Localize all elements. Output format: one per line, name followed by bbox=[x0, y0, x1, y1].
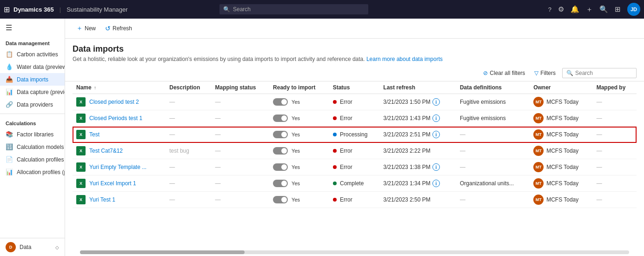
row-name-link[interactable]: Closed Periods test 1 bbox=[89, 115, 142, 121]
table-row[interactable]: X Test — — Yes Processing 3/21/2023 2:51… bbox=[73, 127, 637, 143]
cell-last-refresh: 3/21/2023 1:50 PM i bbox=[379, 94, 456, 110]
cell-mapping-status: — bbox=[212, 175, 270, 192]
refresh-button[interactable]: ↺ Refresh bbox=[101, 23, 136, 34]
data-capture-icon: 📊 bbox=[6, 88, 13, 95]
table-row[interactable]: X Yuri Test 1 — — Yes Error 3/21/2023 2:… bbox=[73, 192, 637, 208]
status-dot bbox=[333, 116, 337, 120]
calculation-models-icon: 🔢 bbox=[6, 143, 13, 150]
cell-mapped-by: — bbox=[593, 127, 637, 143]
ready-toggle[interactable] bbox=[273, 196, 288, 203]
cell-status: Complete bbox=[329, 175, 380, 192]
scrollbar-thumb bbox=[80, 250, 245, 254]
info-icon[interactable]: i bbox=[432, 131, 440, 138]
sidebar-bottom[interactable]: D Data ◇ bbox=[0, 238, 65, 256]
global-search[interactable]: 🔍 Search bbox=[219, 4, 368, 14]
col-ready-to-import[interactable]: Ready to import bbox=[269, 81, 329, 94]
new-button[interactable]: ＋ New bbox=[73, 22, 100, 34]
table-row[interactable]: X Closed period test 2 — — Yes Error 3/2… bbox=[73, 94, 637, 110]
user-avatar[interactable]: JD bbox=[627, 3, 640, 16]
cell-data-definitions: — bbox=[456, 159, 530, 175]
table-row[interactable]: X Closed Periods test 1 — — Yes Error 3/… bbox=[73, 110, 637, 127]
col-data-definitions[interactable]: Data definitions bbox=[456, 81, 530, 94]
sidebar-item-allocation-profiles[interactable]: 📊 Allocation profiles (p... bbox=[0, 166, 65, 178]
row-name-link[interactable]: Closed period test 2 bbox=[89, 99, 139, 105]
section-title-data-management: Data management bbox=[0, 37, 65, 48]
nav-icons: ? ⚙ 🔔 ＋ 🔍 ⊞ JD bbox=[548, 3, 640, 16]
table-row[interactable]: X Yuri Excel Import 1 — — Yes Complete 3… bbox=[73, 175, 637, 192]
ready-toggle[interactable] bbox=[273, 163, 288, 171]
col-status[interactable]: Status bbox=[329, 81, 380, 94]
main-content: ＋ New ↺ Refresh Data imports Get a holis… bbox=[65, 19, 644, 256]
sidebar-item-factor-libraries[interactable]: 📚 Factor libraries bbox=[0, 128, 65, 141]
info-icon[interactable]: i bbox=[432, 98, 440, 106]
help-icon[interactable]: ? bbox=[548, 6, 551, 13]
hamburger-button[interactable]: ☰ bbox=[0, 19, 65, 37]
col-description[interactable]: Description bbox=[166, 81, 211, 94]
settings-icon[interactable]: ⚙ bbox=[558, 5, 564, 13]
clear-filters-button[interactable]: ⊘ Clear all filters bbox=[480, 68, 528, 78]
description-text: Get a holistic, reliable look at your or… bbox=[73, 56, 366, 62]
refresh-time: 3/21/2023 1:50 PM bbox=[383, 99, 430, 105]
sidebar-item-calculation-profiles[interactable]: 📄 Calculation profiles bbox=[0, 153, 65, 166]
sidebar-item-carbon-activities[interactable]: 📋 Carbon activities bbox=[0, 48, 65, 61]
cell-last-refresh: 3/21/2023 2:50 PM bbox=[379, 192, 456, 208]
status-dot bbox=[333, 133, 337, 136]
info-icon[interactable]: i bbox=[432, 115, 440, 122]
col-owner[interactable]: Owner bbox=[530, 81, 593, 94]
row-name-link[interactable]: Test bbox=[89, 131, 100, 138]
ready-toggle[interactable] bbox=[273, 98, 288, 106]
cell-mapped-by: — bbox=[593, 143, 637, 159]
cell-description: — bbox=[166, 192, 211, 208]
cell-status: Error bbox=[329, 159, 380, 175]
row-name-link[interactable]: Yuri Excel Import 1 bbox=[89, 180, 136, 187]
grid-icon[interactable]: ⊞ bbox=[615, 5, 621, 13]
add-icon[interactable]: ＋ bbox=[586, 5, 593, 14]
search-global-icon[interactable]: 🔍 bbox=[599, 5, 608, 13]
sidebar-item-data-capture[interactable]: 📊 Data capture (preview) bbox=[0, 86, 65, 98]
sidebar-item-water-data[interactable]: 💧 Water data (preview) bbox=[0, 61, 65, 73]
col-mapped-by[interactable]: Mapped by bbox=[593, 81, 637, 94]
sidebar-item-data-imports[interactable]: 📥 Data imports bbox=[0, 73, 65, 86]
status-dot bbox=[333, 165, 337, 169]
row-name-link[interactable]: Test Cat7&12 bbox=[89, 148, 123, 154]
cell-last-refresh: 3/21/2023 1:38 PM i bbox=[379, 159, 456, 175]
cell-owner: MT MCFS Today bbox=[530, 127, 593, 143]
row-name-link[interactable]: Yuri Test 1 bbox=[89, 196, 115, 203]
cell-data-definitions: — bbox=[456, 143, 530, 159]
cell-mapping-status: — bbox=[212, 94, 270, 110]
col-last-refresh[interactable]: Last refresh bbox=[379, 81, 456, 94]
table-search[interactable]: 🔍 bbox=[562, 68, 637, 78]
sidebar-label: Data providers bbox=[17, 101, 53, 108]
sidebar-item-calculation-models[interactable]: 🔢 Calculation models bbox=[0, 141, 65, 153]
table-row[interactable]: X Yuri Empty Template ... — — Yes Error … bbox=[73, 159, 637, 175]
table-row[interactable]: X Test Cat7&12 test bug — Yes Error 3/21… bbox=[73, 143, 637, 159]
info-icon[interactable]: i bbox=[432, 180, 440, 187]
col-mapping-status[interactable]: Mapping status bbox=[212, 81, 270, 94]
cell-owner: MT MCFS Today bbox=[530, 175, 593, 192]
horizontal-scrollbar[interactable] bbox=[80, 250, 629, 254]
row-name-link[interactable]: Yuri Empty Template ... bbox=[89, 164, 146, 170]
cell-name: X Closed period test 2 bbox=[73, 94, 166, 110]
status-dot bbox=[333, 182, 337, 185]
learn-more-link[interactable]: Learn more about data imports bbox=[366, 56, 443, 62]
excel-icon: X bbox=[76, 97, 86, 107]
owner-avatar: MT bbox=[533, 178, 544, 189]
refresh-time: 3/21/2023 2:51 PM bbox=[383, 131, 430, 138]
col-name[interactable]: Name ↑ bbox=[73, 81, 166, 94]
ready-toggle[interactable] bbox=[273, 115, 288, 122]
info-icon[interactable]: i bbox=[432, 163, 440, 171]
ready-toggle[interactable] bbox=[273, 147, 288, 155]
sidebar-item-data-providers[interactable]: 🔗 Data providers bbox=[0, 98, 65, 111]
filters-label: Filters bbox=[540, 70, 556, 76]
excel-icon: X bbox=[76, 179, 86, 188]
ready-toggle[interactable] bbox=[273, 180, 288, 187]
apps-icon[interactable]: ⊞ bbox=[4, 5, 10, 14]
ready-label: Yes bbox=[292, 132, 300, 137]
filters-button[interactable]: ▽ Filters bbox=[531, 68, 558, 78]
table-search-input[interactable] bbox=[575, 70, 632, 76]
ready-toggle[interactable] bbox=[273, 131, 288, 138]
cell-status: Error bbox=[329, 94, 380, 110]
notifications-icon[interactable]: 🔔 bbox=[571, 5, 579, 13]
cell-data-definitions: — bbox=[456, 127, 530, 143]
cell-ready-to-import: Yes bbox=[269, 94, 329, 110]
